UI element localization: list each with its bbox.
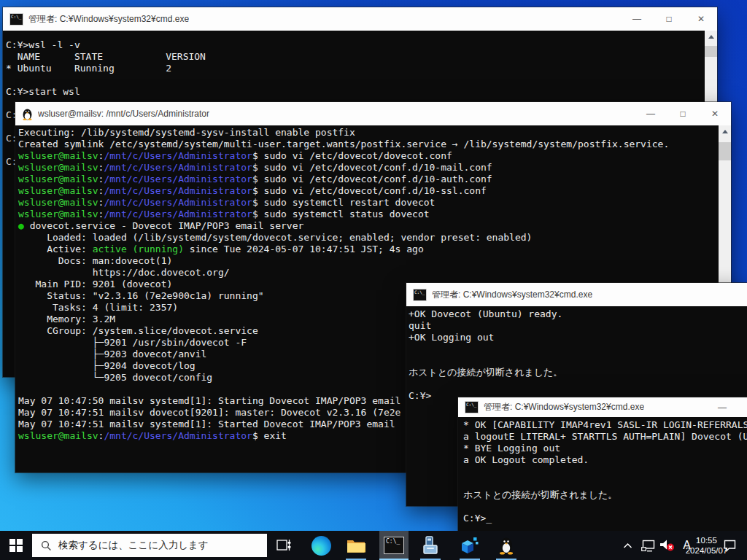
server-manager-icon <box>421 536 440 555</box>
window-title: 管理者: C:¥Windows¥system32¥cmd.exe <box>432 289 592 301</box>
hidden-icons-chevron[interactable] <box>618 531 638 560</box>
cmd-taskbar-button[interactable] <box>379 531 409 560</box>
network-status[interactable] <box>638 531 657 560</box>
edge-button[interactable] <box>306 531 336 560</box>
hyperv-cube-icon <box>460 536 479 555</box>
clock[interactable]: 10:55 2024/05/07 <box>697 531 716 560</box>
cmd-icon <box>384 537 404 554</box>
edge-icon <box>311 536 331 556</box>
close-button[interactable]: ✕ <box>685 7 717 31</box>
titlebar[interactable]: 管理者: C:¥Windows¥system32¥cmd.exe <box>406 283 747 306</box>
task-view-icon <box>276 539 293 552</box>
search-input[interactable]: 検索するには、ここに入力します <box>32 534 267 557</box>
scroll-up-arrow-icon[interactable] <box>719 125 731 138</box>
cmd-window-icon <box>413 289 427 301</box>
scroll-up-arrow-icon[interactable] <box>705 31 717 43</box>
tux-penguin-icon <box>22 108 33 120</box>
windows-logo-icon <box>9 539 23 552</box>
maximize-button[interactable]: □ <box>667 102 699 125</box>
task-view-button[interactable] <box>270 531 299 560</box>
minimize-button[interactable]: — <box>621 7 653 31</box>
cmd-window-icon <box>9 13 23 26</box>
titlebar[interactable]: 管理者: C:¥Windows¥system32¥cmd.exe — □ ✕ <box>3 7 717 31</box>
taskbar: 検索するには、ここに入力します <box>0 531 747 560</box>
window-title: 管理者: C:¥Windows¥system32¥cmd.exe <box>484 401 644 413</box>
maximize-button[interactable]: □ <box>653 7 685 31</box>
titlebar[interactable]: 管理者: C:¥Windows¥system32¥cmd.exe — <box>458 397 747 417</box>
file-explorer-icon <box>347 538 366 553</box>
terminal-output[interactable]: * OK [CAPABILITY IMAP4rev1 SASL-IR LOGIN… <box>458 417 747 531</box>
chevron-up-icon <box>623 542 632 549</box>
close-button[interactable]: ✕ <box>699 102 731 125</box>
wsl-button[interactable] <box>492 531 521 560</box>
cmd-window-icon <box>465 401 479 413</box>
hyperv-cube-button[interactable] <box>455 531 484 560</box>
volume-muted-icon <box>659 539 675 552</box>
scrollbar-thumb[interactable] <box>705 46 717 57</box>
desktop[interactable]: 管理者: C:¥Windows¥system32¥cmd.exe — □ ✕ C… <box>0 0 747 560</box>
action-center-icon <box>723 539 737 552</box>
titlebar[interactable]: wsluser@mailsv: /mnt/c/Users/Administrat… <box>15 102 731 125</box>
search-icon <box>41 540 52 551</box>
minimize-button[interactable]: — <box>706 397 738 417</box>
scrollbar-thumb[interactable] <box>719 142 731 160</box>
action-center-button[interactable] <box>716 531 743 560</box>
volume-status[interactable] <box>657 531 677 560</box>
search-placeholder: 検索するには、ここに入力します <box>58 539 209 552</box>
window-title: wsluser@mailsv: /mnt/c/Users/Administrat… <box>38 109 209 119</box>
wsl-tux-icon <box>498 537 514 555</box>
network-icon <box>640 540 655 552</box>
file-explorer-button[interactable] <box>341 531 371 560</box>
window-title: 管理者: C:¥Windows¥system32¥cmd.exe <box>28 13 189 26</box>
system-tray: A 10:55 2024/05/07 <box>618 531 747 560</box>
start-button[interactable] <box>0 531 32 560</box>
minimize-button[interactable]: — <box>635 102 667 125</box>
window-cmd-imap: 管理者: C:¥Windows¥system32¥cmd.exe — * OK … <box>458 397 747 531</box>
server-manager-button[interactable] <box>416 531 445 560</box>
